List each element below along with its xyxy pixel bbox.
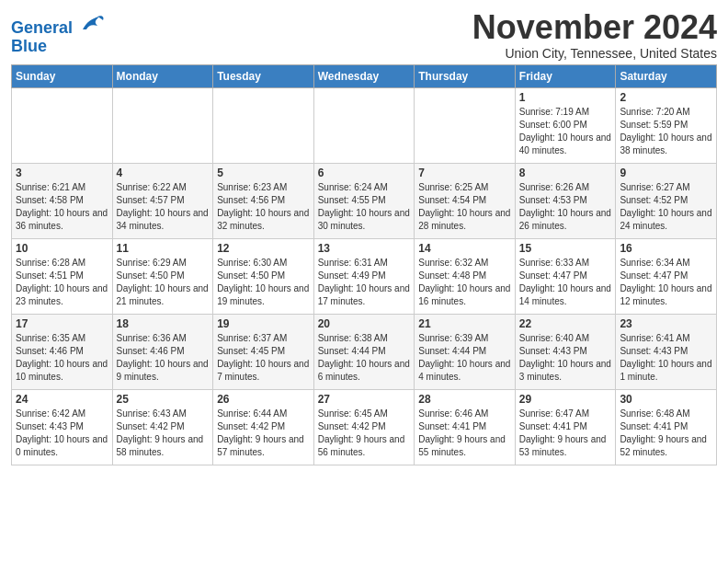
calendar-cell: 27Sunrise: 6:45 AM Sunset: 4:42 PM Dayli… [313,389,415,465]
day-number: 25 [117,393,210,406]
day-number: 30 [620,393,712,406]
calendar-cell: 3Sunrise: 6:21 AM Sunset: 4:58 PM Daylig… [12,163,113,238]
day-number: 18 [117,317,210,330]
day-info: Sunrise: 6:44 AM Sunset: 4:42 PM Dayligh… [217,408,310,459]
day-number: 12 [217,242,310,255]
day-info: Sunrise: 6:39 AM Sunset: 4:44 PM Dayligh… [418,332,511,384]
calendar-cell: 10Sunrise: 6:28 AM Sunset: 4:51 PM Dayli… [12,238,113,314]
title-block: November 2024 Union City, Tennessee, Uni… [472,9,717,61]
calendar-week-2: 10Sunrise: 6:28 AM Sunset: 4:51 PM Dayli… [12,238,717,314]
location-subtitle: Union City, Tennessee, United States [472,46,717,61]
day-info: Sunrise: 6:26 AM Sunset: 4:53 PM Dayligh… [519,181,612,233]
calendar-cell: 15Sunrise: 6:33 AM Sunset: 4:47 PM Dayli… [515,238,616,314]
col-thursday: Thursday [415,64,516,87]
calendar-cell: 26Sunrise: 6:44 AM Sunset: 4:42 PM Dayli… [213,389,314,465]
calendar-cell: 4Sunrise: 6:22 AM Sunset: 4:57 PM Daylig… [112,163,213,238]
day-number: 24 [16,393,108,406]
day-info: Sunrise: 6:32 AM Sunset: 4:48 PM Dayligh… [418,257,511,308]
day-info: Sunrise: 6:36 AM Sunset: 4:46 PM Dayligh… [117,332,210,384]
col-saturday: Saturday [616,64,717,87]
header: General Blue November 2024 Union City, T… [11,9,717,61]
col-monday: Monday [112,64,213,87]
calendar-cell [415,87,516,163]
month-title: November 2024 [472,9,717,46]
day-number: 16 [620,242,712,255]
day-number: 7 [418,167,511,179]
day-info: Sunrise: 6:41 AM Sunset: 4:43 PM Dayligh… [620,332,712,384]
day-number: 15 [519,242,612,255]
calendar-body: 1Sunrise: 7:19 AM Sunset: 6:00 PM Daylig… [12,87,717,465]
day-info: Sunrise: 6:21 AM Sunset: 4:58 PM Dayligh… [16,181,108,233]
calendar-cell [12,87,113,163]
day-number: 28 [418,393,511,406]
day-number: 3 [16,167,108,179]
day-number: 11 [117,242,210,255]
day-number: 10 [16,242,108,255]
calendar-week-3: 17Sunrise: 6:35 AM Sunset: 4:46 PM Dayli… [12,314,717,389]
calendar-cell: 19Sunrise: 6:37 AM Sunset: 4:45 PM Dayli… [213,314,314,389]
calendar-header: Sunday Monday Tuesday Wednesday Thursday… [12,64,717,87]
calendar-cell: 9Sunrise: 6:27 AM Sunset: 4:52 PM Daylig… [616,163,717,238]
calendar-cell: 21Sunrise: 6:39 AM Sunset: 4:44 PM Dayli… [415,314,516,389]
calendar-cell: 20Sunrise: 6:38 AM Sunset: 4:44 PM Dayli… [313,314,415,389]
calendar-cell [112,87,213,163]
day-number: 8 [519,167,612,179]
calendar-cell [313,87,415,163]
day-info: Sunrise: 6:24 AM Sunset: 4:55 PM Dayligh… [318,181,411,233]
day-info: Sunrise: 6:34 AM Sunset: 4:47 PM Dayligh… [620,257,712,308]
calendar-week-1: 3Sunrise: 6:21 AM Sunset: 4:58 PM Daylig… [12,163,717,238]
day-info: Sunrise: 6:38 AM Sunset: 4:44 PM Dayligh… [318,332,411,384]
day-number: 2 [620,91,712,104]
logo-general: General [11,18,73,37]
day-number: 4 [117,167,210,179]
calendar-cell: 30Sunrise: 6:48 AM Sunset: 4:41 PM Dayli… [616,389,717,465]
day-info: Sunrise: 6:27 AM Sunset: 4:52 PM Dayligh… [620,181,712,233]
logo-blue: Blue [11,38,105,56]
day-info: Sunrise: 6:45 AM Sunset: 4:42 PM Dayligh… [318,408,411,459]
logo-bird-icon [79,13,105,33]
calendar-cell: 12Sunrise: 6:30 AM Sunset: 4:50 PM Dayli… [213,238,314,314]
calendar-cell: 22Sunrise: 6:40 AM Sunset: 4:43 PM Dayli… [515,314,616,389]
day-number: 19 [217,317,310,330]
logo: General Blue [11,13,105,56]
day-number: 21 [418,317,511,330]
day-info: Sunrise: 7:20 AM Sunset: 5:59 PM Dayligh… [620,106,712,157]
day-number: 9 [620,167,712,179]
col-friday: Friday [515,64,616,87]
calendar-week-4: 24Sunrise: 6:42 AM Sunset: 4:43 PM Dayli… [12,389,717,465]
calendar-cell: 23Sunrise: 6:41 AM Sunset: 4:43 PM Dayli… [616,314,717,389]
calendar-week-0: 1Sunrise: 7:19 AM Sunset: 6:00 PM Daylig… [12,87,717,163]
day-number: 29 [519,393,612,406]
page-container: General Blue November 2024 Union City, T… [0,0,728,473]
day-number: 22 [519,317,612,330]
col-sunday: Sunday [12,64,113,87]
day-number: 14 [418,242,511,255]
day-info: Sunrise: 6:35 AM Sunset: 4:46 PM Dayligh… [16,332,108,384]
calendar-cell: 29Sunrise: 6:47 AM Sunset: 4:41 PM Dayli… [515,389,616,465]
day-info: Sunrise: 6:23 AM Sunset: 4:56 PM Dayligh… [217,181,310,233]
day-info: Sunrise: 6:46 AM Sunset: 4:41 PM Dayligh… [418,408,511,459]
calendar-cell [213,87,314,163]
day-info: Sunrise: 6:42 AM Sunset: 4:43 PM Dayligh… [16,408,108,459]
day-info: Sunrise: 6:33 AM Sunset: 4:47 PM Dayligh… [519,257,612,308]
day-info: Sunrise: 6:43 AM Sunset: 4:42 PM Dayligh… [117,408,210,459]
col-tuesday: Tuesday [213,64,314,87]
logo-text: General [11,13,105,38]
day-info: Sunrise: 6:31 AM Sunset: 4:49 PM Dayligh… [318,257,411,308]
header-row: Sunday Monday Tuesday Wednesday Thursday… [12,64,717,87]
day-info: Sunrise: 6:40 AM Sunset: 4:43 PM Dayligh… [519,332,612,384]
calendar-cell: 7Sunrise: 6:25 AM Sunset: 4:54 PM Daylig… [415,163,516,238]
day-number: 13 [318,242,411,255]
day-info: Sunrise: 7:19 AM Sunset: 6:00 PM Dayligh… [519,106,612,157]
day-info: Sunrise: 6:37 AM Sunset: 4:45 PM Dayligh… [217,332,310,384]
day-info: Sunrise: 6:28 AM Sunset: 4:51 PM Dayligh… [16,257,108,308]
day-number: 17 [16,317,108,330]
day-number: 1 [519,91,612,104]
day-info: Sunrise: 6:30 AM Sunset: 4:50 PM Dayligh… [217,257,310,308]
calendar-cell: 6Sunrise: 6:24 AM Sunset: 4:55 PM Daylig… [313,163,415,238]
calendar-cell: 18Sunrise: 6:36 AM Sunset: 4:46 PM Dayli… [112,314,213,389]
calendar-cell: 5Sunrise: 6:23 AM Sunset: 4:56 PM Daylig… [213,163,314,238]
day-info: Sunrise: 6:22 AM Sunset: 4:57 PM Dayligh… [117,181,210,233]
calendar-table: Sunday Monday Tuesday Wednesday Thursday… [11,64,717,465]
calendar-cell: 11Sunrise: 6:29 AM Sunset: 4:50 PM Dayli… [112,238,213,314]
